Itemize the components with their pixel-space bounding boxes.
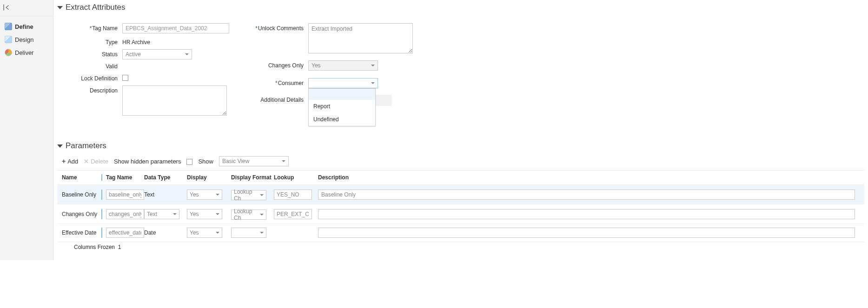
sidebar-collapse-bar	[0, 3, 53, 16]
form-column-right: *Unlock Comments Changes Only Yes *Consu…	[248, 23, 527, 121]
param-display-select[interactable]: Yes	[187, 209, 222, 219]
param-type: Text	[144, 191, 187, 198]
col-header-lookup: Lookup	[274, 174, 318, 181]
col-header-tag: Tag Name	[101, 174, 144, 181]
extract-attributes-form: *Tag Name Type HR Archive Status Active	[57, 14, 864, 125]
param-format-select[interactable]	[231, 228, 266, 238]
sidebar-item-define[interactable]: Define	[0, 20, 53, 33]
consumer-option-blank[interactable]	[309, 89, 375, 100]
chevron-down-icon	[260, 232, 264, 234]
param-format-select[interactable]: Lookup Ch	[231, 190, 266, 200]
param-lookup-input[interactable]	[274, 209, 312, 219]
disclosure-triangle-icon	[57, 6, 63, 9]
param-lookup-input[interactable]	[274, 190, 312, 200]
col-header-type: Data Type	[144, 174, 187, 181]
param-display-select[interactable]: Yes	[187, 228, 222, 238]
chevron-down-icon	[260, 214, 264, 216]
param-name: Changes Only	[57, 211, 101, 217]
sidebar-item-label: Define	[15, 23, 33, 30]
app-root: Define Design Deliver Extract Attributes…	[0, 0, 868, 260]
param-format-select[interactable]: Lookup Ch	[231, 210, 266, 220]
main-content: Extract Attributes *Tag Name Type HR Arc…	[53, 0, 868, 260]
param-description-input[interactable]	[318, 190, 855, 200]
chevron-down-icon	[216, 232, 219, 234]
param-tag-input[interactable]	[106, 228, 144, 238]
section-title: Extract Attributes	[66, 3, 126, 12]
show-hidden-checkbox[interactable]	[186, 159, 192, 165]
label-lock-definition: Lock Definition	[62, 73, 122, 82]
show-hidden-parameters-label: Show hidden parameters	[114, 158, 181, 165]
chevron-down-icon	[216, 194, 219, 196]
add-button[interactable]: + Add	[62, 157, 78, 165]
chevron-down-icon	[216, 213, 219, 215]
consumer-select[interactable]	[308, 78, 378, 88]
label-changes-only: Changes Only	[248, 60, 308, 69]
label-unlock-comments: *Unlock Comments	[248, 23, 308, 32]
disclosure-triangle-icon	[57, 144, 63, 148]
table-row[interactable]: Changes Only Text Yes Lookup Ch	[57, 204, 864, 224]
chevron-down-icon	[260, 194, 264, 196]
delete-button[interactable]: ✕ Delete	[84, 158, 108, 165]
parameters-table: Name Tag Name Data Type Display Display …	[57, 170, 864, 242]
sidebar-item-deliver[interactable]: Deliver	[0, 46, 53, 59]
table-header-row: Name Tag Name Data Type Display Display …	[57, 170, 864, 185]
param-tag-input[interactable]	[106, 209, 144, 219]
param-name: Baseline Only	[57, 191, 101, 198]
x-icon: ✕	[84, 158, 89, 165]
changes-only-select[interactable]: Yes	[308, 60, 378, 71]
label-valid: Valid	[62, 61, 122, 70]
label-description: Description	[62, 85, 122, 94]
label-status: Status	[62, 49, 122, 58]
sidebar-item-label: Deliver	[15, 49, 33, 56]
chevron-down-icon	[173, 213, 177, 215]
view-select[interactable]: Basic View	[219, 156, 289, 166]
section-header-parameters[interactable]: Parameters	[57, 138, 864, 152]
design-icon	[5, 36, 12, 43]
col-header-name: Name	[57, 174, 101, 181]
chevron-down-icon	[371, 65, 375, 66]
section-title: Parameters	[66, 141, 106, 151]
form-column-left: *Tag Name Type HR Archive Status Active	[62, 23, 248, 121]
label-type: Type	[62, 37, 122, 46]
type-value: HR Archive	[122, 37, 248, 46]
tag-name-input[interactable]	[122, 23, 229, 33]
chevron-down-icon	[282, 160, 285, 162]
lock-definition-checkbox[interactable]	[122, 75, 128, 81]
parameters-toolbar: + Add ✕ Delete Show hidden parameters Sh…	[57, 152, 864, 170]
chevron-down-icon	[185, 53, 189, 55]
show-label: Show	[198, 158, 213, 165]
param-name: Effective Date	[57, 229, 101, 236]
sidebar-item-label: Design	[15, 36, 33, 43]
collapse-sidebar-icon[interactable]	[3, 4, 11, 11]
table-row[interactable]: Effective Date Date Yes	[57, 224, 864, 242]
status-select[interactable]: Active	[122, 49, 192, 59]
description-textarea[interactable]	[122, 85, 227, 116]
table-row[interactable]: Baseline Only Text Yes Lookup Ch	[57, 185, 864, 204]
param-description-input[interactable]	[318, 228, 855, 238]
unlock-comments-textarea[interactable]	[308, 23, 413, 53]
col-header-description: Description	[318, 174, 864, 181]
col-header-display: Display	[187, 174, 231, 181]
columns-frozen-note: Columns Frozen 1	[57, 242, 864, 250]
param-description-input[interactable]	[318, 209, 855, 219]
chevron-down-icon	[371, 82, 375, 84]
consumer-option-report[interactable]: Report	[309, 100, 375, 113]
label-consumer: *Consumer	[248, 78, 308, 86]
section-header-extract-attributes[interactable]: Extract Attributes	[57, 0, 864, 14]
sidebar-item-design[interactable]: Design	[0, 33, 53, 46]
plus-icon: +	[62, 157, 66, 165]
consumer-dropdown-menu: Report Undefined	[308, 88, 376, 126]
label-tag-name: *Tag Name	[62, 23, 122, 32]
param-type: Date	[144, 229, 187, 236]
define-icon	[5, 23, 12, 30]
consumer-option-undefined[interactable]: Undefined	[309, 113, 375, 126]
param-type-select[interactable]: Text	[144, 209, 179, 219]
deliver-icon	[5, 49, 12, 56]
param-display-select[interactable]: Yes	[187, 190, 222, 200]
left-sidebar: Define Design Deliver	[0, 0, 53, 260]
label-additional-details: Additional Details	[248, 95, 308, 103]
col-header-format: Display Format	[231, 174, 274, 181]
param-tag-input[interactable]	[106, 190, 144, 200]
